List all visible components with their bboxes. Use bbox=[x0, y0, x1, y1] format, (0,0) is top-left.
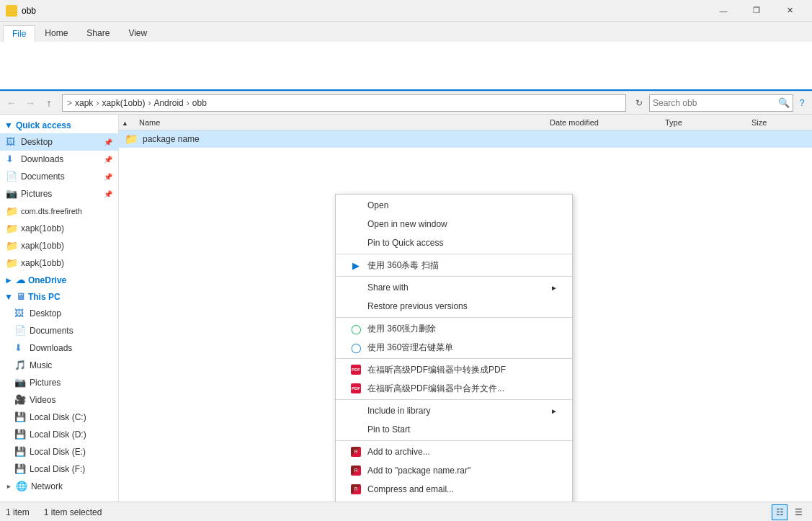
sidebar-item-documents-pc[interactable]: 📄 Documents bbox=[0, 322, 118, 339]
column-date[interactable]: Date modified bbox=[550, 118, 665, 127]
view-details-button[interactable]: ☰ bbox=[790, 504, 806, 520]
ctx-pin-start-label: Pin to Start bbox=[367, 424, 410, 435]
help-button[interactable]: ? bbox=[795, 98, 809, 108]
downloads-icon-pc: ⬇ bbox=[14, 342, 26, 354]
ctx-pdf-convert[interactable]: PDF 在福昕高级PDF编辑器中转换成PDF bbox=[336, 360, 572, 379]
ctx-pin-icon bbox=[350, 237, 362, 249]
ctx-restore-label: Restore previous versions bbox=[367, 301, 468, 311]
title-bar: obb — ❐ ✕ bbox=[0, 0, 812, 22]
sidebar-item-xapk2[interactable]: 📁 xapk(1obb) bbox=[0, 237, 118, 254]
address-part-3[interactable]: obb bbox=[191, 98, 208, 108]
disk-icon-f: 💾 bbox=[14, 463, 26, 475]
view-large-icons-button[interactable]: ☷ bbox=[772, 504, 788, 520]
sidebar-item-downloads-pc[interactable]: ⬇ Downloads bbox=[0, 339, 118, 357]
sidebar-section-quick-access[interactable]: ▼ Quick access bbox=[0, 117, 118, 133]
ctx-360-manage[interactable]: ◯ 使用 360管理右键菜单 bbox=[336, 338, 572, 357]
address-sep-3: › bbox=[187, 98, 189, 108]
disk-icon-e: 💾 bbox=[14, 446, 26, 458]
video-icon: 🎥 bbox=[14, 394, 26, 406]
sidebar-item-label-videos: Videos bbox=[30, 395, 55, 405]
sidebar-item-label-desktop: Desktop bbox=[21, 137, 53, 147]
file-item-package-name[interactable]: 📁 package name bbox=[119, 130, 812, 148]
title-bar-controls: — ❐ ✕ bbox=[707, 0, 806, 22]
sidebar-section-thispc[interactable]: ▼ 🖥 This PC bbox=[0, 288, 118, 305]
sidebar-item-label-pictures-pc: Pictures bbox=[30, 378, 61, 388]
refresh-button[interactable]: ↻ bbox=[630, 94, 648, 112]
forward-button[interactable]: → bbox=[22, 94, 39, 112]
sidebar-item-local-f[interactable]: 💾 Local Disk (F:) bbox=[0, 460, 118, 478]
tab-file[interactable]: File bbox=[3, 25, 35, 42]
ctx-pin-quick[interactable]: Pin to Quick access bbox=[336, 233, 572, 252]
documents-icon: 📄 bbox=[6, 171, 17, 182]
back-button[interactable]: ← bbox=[3, 94, 20, 112]
ctx-360-scan-label: 使用 360杀毒 扫描 bbox=[367, 259, 439, 272]
address-part-2[interactable]: Android bbox=[152, 98, 184, 108]
ctx-open[interactable]: Open bbox=[336, 196, 572, 215]
ctx-open-new-window[interactable]: Open in new window bbox=[336, 215, 572, 233]
ctx-sep-1 bbox=[336, 254, 572, 254]
sidebar-item-label-xapk1: xapk(1obb) bbox=[21, 223, 64, 233]
sidebar-item-desktop[interactable]: 🖼 Desktop 📌 bbox=[0, 133, 118, 151]
ctx-compress-email[interactable]: R Compress and email... bbox=[336, 480, 572, 499]
address-bar[interactable]: > xapk › xapk(1obb) › Android › obb bbox=[62, 94, 626, 112]
sidebar-item-pictures-pc[interactable]: 📷 Pictures bbox=[0, 374, 118, 391]
ctx-360-scan[interactable]: ▶ 使用 360杀毒 扫描 bbox=[336, 256, 572, 275]
sidebar-item-label-downloads: Downloads bbox=[21, 154, 63, 164]
tab-view[interactable]: View bbox=[119, 25, 156, 42]
minimize-button[interactable]: — bbox=[707, 0, 740, 22]
sidebar-item-documents[interactable]: 📄 Documents 📌 bbox=[0, 168, 118, 185]
ctx-pin-start[interactable]: Pin to Start bbox=[336, 420, 572, 439]
sidebar-item-xapk3[interactable]: 📁 xapk(1obb) bbox=[0, 254, 118, 272]
up-button[interactable]: ↑ bbox=[40, 94, 58, 112]
close-button[interactable]: ✕ bbox=[773, 0, 806, 22]
ribbon-tabs: File Home Share View bbox=[0, 22, 812, 42]
sidebar-item-local-d[interactable]: 💾 Local Disk (D:) bbox=[0, 426, 118, 443]
address-part-0[interactable]: xapk bbox=[73, 98, 94, 108]
column-type[interactable]: Type bbox=[665, 118, 751, 127]
title-bar-title: obb bbox=[22, 6, 36, 16]
search-input[interactable] bbox=[653, 98, 778, 108]
ctx-compress-email-icon: R bbox=[350, 484, 362, 495]
address-part-1[interactable]: xapk(1obb) bbox=[100, 98, 146, 108]
ctx-compress-rar-email[interactable]: R Compress to "package name.rar" and ema… bbox=[336, 499, 572, 502]
address-sep-0: > bbox=[67, 98, 72, 108]
sidebar-item-xapk1[interactable]: 📁 xapk(1obb) bbox=[0, 220, 118, 237]
file-area: ▲ Name Date modified Type Size 📁 package… bbox=[119, 115, 812, 502]
tab-home[interactable]: Home bbox=[35, 25, 77, 42]
ctx-add-archive[interactable]: R Add to archive... bbox=[336, 442, 572, 461]
status-bar: 1 item 1 item selected ☷ ☰ bbox=[0, 502, 812, 521]
ctx-360-delete-label: 使用 360强力删除 bbox=[367, 323, 436, 335]
ctx-360-manage-label: 使用 360管理右键菜单 bbox=[367, 342, 453, 354]
column-name[interactable]: Name bbox=[136, 118, 550, 127]
sidebar-item-downloads[interactable]: ⬇ Downloads 📌 bbox=[0, 151, 118, 168]
ctx-shield-icon: ▶ bbox=[350, 259, 362, 271]
sidebar-item-local-e[interactable]: 💾 Local Disk (E:) bbox=[0, 443, 118, 460]
chevron-right-icon-network: ► bbox=[6, 483, 12, 490]
restore-button[interactable]: ❐ bbox=[740, 0, 773, 22]
music-icon: 🎵 bbox=[14, 360, 26, 371]
sidebar-section-onedrive[interactable]: ► ☁ OneDrive bbox=[0, 272, 118, 288]
status-count: 1 item 1 item selected bbox=[6, 507, 102, 517]
ctx-include-library[interactable]: Include in library ► bbox=[336, 401, 572, 420]
pin-icon-downloads: 📌 bbox=[104, 156, 112, 164]
downloads-icon: ⬇ bbox=[6, 153, 17, 165]
ctx-pdf-merge[interactable]: PDF 在福昕高级PDF编辑器中合并文件... bbox=[336, 379, 572, 398]
column-size[interactable]: Size bbox=[751, 118, 809, 127]
ctx-360-delete[interactable]: ◯ 使用 360强力删除 bbox=[336, 319, 572, 338]
search-bar[interactable]: 🔍 bbox=[649, 94, 793, 112]
sidebar-item-music[interactable]: 🎵 Music bbox=[0, 357, 118, 374]
ctx-add-archive-icon: R bbox=[350, 446, 362, 458]
sidebar-item-network[interactable]: ► 🌐 Network bbox=[0, 478, 118, 495]
sidebar-item-label-desktop-pc: Desktop bbox=[30, 308, 61, 319]
ctx-restore-versions[interactable]: Restore previous versions bbox=[336, 297, 572, 316]
disk-icon-c: 💾 bbox=[14, 411, 26, 423]
sidebar-item-pictures[interactable]: 📷 Pictures 📌 bbox=[0, 185, 118, 202]
sidebar-item-local-c[interactable]: 💾 Local Disk (C:) bbox=[0, 409, 118, 426]
ctx-add-rar[interactable]: R Add to "package name.rar" bbox=[336, 461, 572, 480]
sidebar-item-freefireth[interactable]: 📁 com.dts.freefireth bbox=[0, 202, 118, 220]
sidebar-item-desktop-pc[interactable]: 🖼 Desktop bbox=[0, 305, 118, 322]
folder-icon-freefireth: 📁 bbox=[6, 205, 17, 217]
tab-share[interactable]: Share bbox=[77, 25, 119, 42]
ctx-share-with[interactable]: Share with ► bbox=[336, 278, 572, 297]
sidebar-item-videos[interactable]: 🎥 Videos bbox=[0, 391, 118, 409]
